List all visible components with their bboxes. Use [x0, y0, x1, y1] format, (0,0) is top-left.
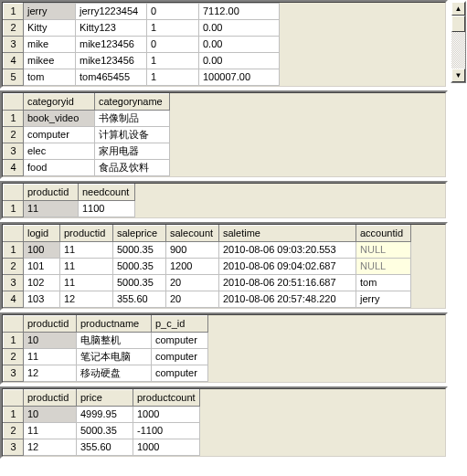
cell[interactable]: Kitty123 [76, 20, 147, 37]
row-number[interactable]: 1 [4, 111, 24, 127]
cell[interactable]: 书像制品 [95, 111, 170, 127]
cell[interactable]: tom [24, 69, 76, 86]
table-row[interactable]: 1book_video书像制品 [4, 111, 170, 127]
cell[interactable]: food [24, 160, 95, 176]
column-header[interactable]: productid [24, 390, 77, 407]
table-row[interactable]: 1104999.951000 [4, 407, 200, 423]
table-row[interactable]: 211笔记本电脑computer [4, 349, 208, 365]
column-header[interactable]: saleprice [113, 226, 166, 242]
cell[interactable]: 笔记本电脑 [77, 349, 152, 365]
column-header[interactable]: p_c_id [152, 316, 208, 333]
row-number[interactable]: 4 [4, 160, 24, 176]
row-number[interactable]: 2 [4, 259, 24, 275]
cell[interactable]: 20 [166, 275, 219, 291]
table[interactable]: categoryidcategoryname1book_video书像制品2co… [3, 93, 170, 176]
row-number[interactable]: 1 [4, 4, 24, 20]
cell[interactable]: 11 [24, 201, 79, 217]
table-row[interactable]: 3102115000.35202010-08-06 20:51:16.687to… [4, 275, 411, 291]
cell[interactable]: 12 [24, 439, 77, 456]
scroll-up-button[interactable]: ▲ [451, 2, 465, 16]
column-header[interactable]: accountid [356, 226, 411, 242]
cell[interactable]: NULL [356, 242, 411, 259]
row-number[interactable]: 1 [4, 242, 24, 259]
column-header[interactable]: productid [60, 226, 113, 242]
cell[interactable]: 5000.35 [113, 242, 166, 259]
cell[interactable]: 5000.35 [113, 259, 166, 275]
cell[interactable]: 0.00 [199, 37, 280, 53]
cell[interactable]: 102 [24, 275, 60, 291]
cell[interactable]: 1100 [79, 201, 135, 217]
scroll-thumb[interactable] [451, 16, 465, 32]
cell[interactable]: mike123456 [76, 53, 147, 69]
cell[interactable]: 2010-08-06 20:57:48.220 [219, 291, 356, 308]
corner-cell[interactable] [4, 316, 24, 333]
table-row[interactable]: 110电脑整机computer [4, 333, 208, 349]
table[interactable]: logidproductidsalepricesalecountsaletime… [3, 225, 411, 308]
corner-cell[interactable] [4, 390, 24, 407]
cell[interactable]: 2010-08-06 09:04:02.687 [219, 259, 356, 275]
cell[interactable]: computer [152, 365, 208, 382]
column-header[interactable]: productname [77, 316, 152, 333]
table-row[interactable]: 312移动硬盘computer [4, 365, 208, 382]
row-number[interactable]: 1 [4, 201, 24, 217]
cell[interactable]: 0.00 [199, 20, 280, 37]
column-header[interactable]: saletime [219, 226, 356, 242]
table-row[interactable]: 1111100 [4, 201, 135, 217]
cell[interactable]: 355.60 [113, 291, 166, 308]
cell[interactable]: 10 [24, 407, 77, 423]
table-row[interactable]: 2115000.35-1100 [4, 423, 200, 439]
cell[interactable]: 11 [24, 349, 77, 365]
cell[interactable]: mike [24, 37, 76, 53]
cell[interactable]: 电脑整机 [77, 333, 152, 349]
cell[interactable]: jerry [24, 4, 76, 20]
cell[interactable]: -1100 [133, 423, 200, 439]
cell[interactable]: elec [24, 143, 95, 160]
column-header[interactable]: price [77, 390, 133, 407]
cell[interactable]: computer [24, 127, 95, 143]
corner-cell[interactable] [4, 185, 24, 201]
cell[interactable]: tom465455 [76, 69, 147, 86]
cell[interactable]: 食品及饮料 [95, 160, 170, 176]
column-header[interactable]: categoryname [95, 94, 170, 111]
scroll-down-button[interactable]: ▼ [451, 69, 465, 82]
cell[interactable]: jerry1223454 [76, 4, 147, 20]
row-number[interactable]: 4 [4, 291, 24, 308]
cell[interactable]: 0.00 [199, 53, 280, 69]
cell[interactable]: 1000 [133, 407, 200, 423]
cell[interactable]: 100 [24, 242, 60, 259]
cell[interactable]: 1000 [133, 439, 200, 456]
cell[interactable]: 1 [147, 20, 199, 37]
cell[interactable]: 103 [24, 291, 60, 308]
vertical-scrollbar[interactable]: ▲ ▼ [451, 1, 466, 83]
cell[interactable]: computer [152, 349, 208, 365]
row-number[interactable]: 2 [4, 349, 24, 365]
cell[interactable]: 家用电器 [95, 143, 170, 160]
table-row[interactable]: 2computer计算机设备 [4, 127, 170, 143]
cell[interactable]: 11 [60, 259, 113, 275]
table-row[interactable]: 4food食品及饮料 [4, 160, 170, 176]
cell[interactable]: 11 [60, 242, 113, 259]
table-row[interactable]: 3mikemike12345600.00 [4, 37, 280, 53]
row-number[interactable]: 3 [4, 439, 24, 456]
column-header[interactable]: productcount [133, 390, 200, 407]
column-header[interactable]: categoryid [24, 94, 95, 111]
cell[interactable]: 5000.35 [77, 423, 133, 439]
scroll-track[interactable] [451, 32, 465, 69]
table-row[interactable]: 2101115000.3512002010-08-06 09:04:02.687… [4, 259, 411, 275]
table-row[interactable]: 3elec家用电器 [4, 143, 170, 160]
table-row[interactable]: 1jerryjerry122345407112.00 [4, 4, 280, 20]
column-header[interactable]: salecount [166, 226, 219, 242]
table-row[interactable]: 2KittyKitty12310.00 [4, 20, 280, 37]
cell[interactable]: 5000.35 [113, 275, 166, 291]
row-number[interactable]: 2 [4, 423, 24, 439]
column-header[interactable]: needcount [79, 185, 135, 201]
table-row[interactable]: 312355.601000 [4, 439, 200, 456]
row-number[interactable]: 2 [4, 20, 24, 37]
cell[interactable]: 7112.00 [199, 4, 280, 20]
cell[interactable]: 11 [60, 275, 113, 291]
table[interactable]: productidneedcount1111100 [3, 184, 135, 217]
cell[interactable]: 20 [166, 291, 219, 308]
table[interactable]: 1jerryjerry122345407112.002KittyKitty123… [3, 3, 280, 86]
row-number[interactable]: 1 [4, 333, 24, 349]
cell[interactable]: 0 [147, 4, 199, 20]
